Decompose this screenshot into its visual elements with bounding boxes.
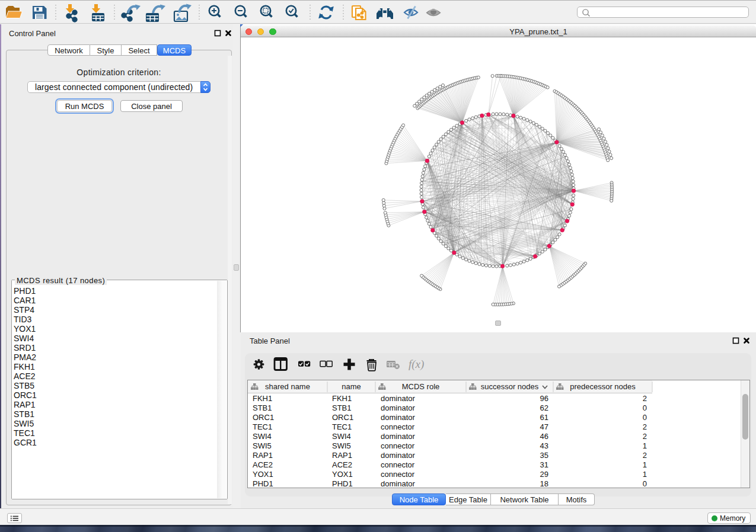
svg-text:f(x): f(x) — [409, 358, 424, 371]
